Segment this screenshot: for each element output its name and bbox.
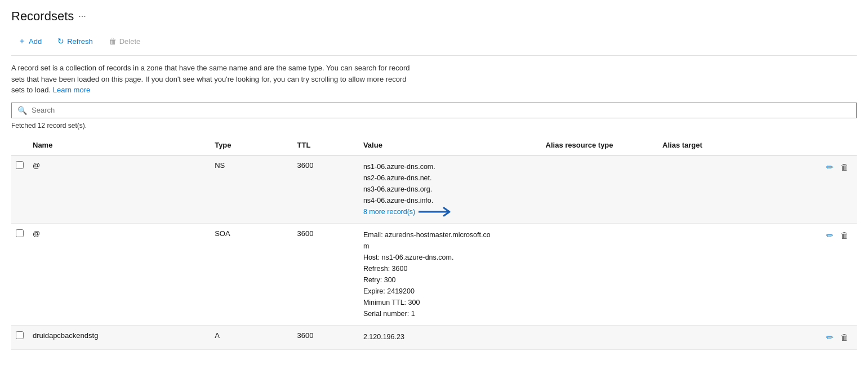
row-ttl: 3600 bbox=[293, 224, 359, 326]
row-type: SOA bbox=[210, 224, 292, 326]
actions-column-header bbox=[774, 135, 857, 155]
fetched-count: Fetched 12 record set(s). bbox=[11, 122, 857, 130]
row-delete-button[interactable]: 🗑 bbox=[837, 161, 852, 173]
row-value: Email: azuredns-hostmaster.microsoft.com… bbox=[359, 224, 541, 326]
add-button[interactable]: ＋ Add bbox=[11, 33, 48, 50]
ellipsis-menu-icon[interactable]: ··· bbox=[78, 11, 86, 21]
page-title: Recordsets bbox=[11, 9, 74, 24]
checkbox-column-header bbox=[11, 135, 28, 155]
row-alias-target bbox=[658, 155, 774, 224]
table-row: druidapcbackendstgA36002.120.196.23✏🗑 bbox=[11, 326, 857, 350]
table-header-row: Name Type TTL Value Alias resource type … bbox=[11, 135, 857, 155]
row-checkbox-cell bbox=[11, 224, 28, 326]
row-name: druidapcbackendstg bbox=[28, 326, 210, 350]
row-checkbox[interactable] bbox=[16, 161, 24, 169]
toolbar: ＋ Add ↻ Refresh 🗑 Delete bbox=[11, 33, 857, 56]
row-alias-resource-type bbox=[541, 224, 658, 326]
arrow-annotation-icon bbox=[419, 206, 458, 217]
value-line: Serial number: 1 bbox=[363, 308, 537, 319]
row-actions-cell: ✏🗑 bbox=[774, 224, 857, 326]
table-row: @NS3600ns1-06.azure-dns.com.ns2-06.azure… bbox=[11, 155, 857, 224]
row-delete-button[interactable]: 🗑 bbox=[837, 229, 852, 241]
edit-button[interactable]: ✏ bbox=[823, 161, 837, 174]
edit-button[interactable]: ✏ bbox=[823, 331, 837, 344]
add-icon: ＋ bbox=[18, 36, 26, 46]
delete-label: Delete bbox=[119, 37, 141, 46]
value-line: Minimun TTL: 300 bbox=[363, 297, 537, 308]
value-column-header[interactable]: Value bbox=[359, 135, 541, 155]
value-line: ns1-06.azure-dns.com. bbox=[363, 161, 537, 172]
row-delete-button[interactable]: 🗑 bbox=[837, 331, 852, 343]
more-records-link[interactable]: 8 more record(s) bbox=[363, 208, 415, 216]
row-checkbox-cell bbox=[11, 155, 28, 224]
row-alias-target bbox=[658, 326, 774, 350]
value-line: Retry: 300 bbox=[363, 274, 537, 286]
edit-button[interactable]: ✏ bbox=[823, 229, 837, 242]
value-line: Host: ns1-06.azure-dns.com. bbox=[363, 252, 537, 263]
row-actions-cell: ✏🗑 bbox=[774, 326, 857, 350]
value-line: Refresh: 3600 bbox=[363, 263, 537, 274]
value-line: ns3-06.azure-dns.org. bbox=[363, 184, 537, 195]
value-line: m bbox=[363, 241, 537, 252]
value-line: Email: azuredns-hostmaster.microsoft.co bbox=[363, 229, 537, 241]
row-ttl: 3600 bbox=[293, 155, 359, 224]
row-alias-target bbox=[658, 224, 774, 326]
row-actions-cell: ✏🗑 bbox=[774, 155, 857, 224]
row-value: 2.120.196.23 bbox=[359, 326, 541, 350]
alias-target-column-header[interactable]: Alias target bbox=[658, 135, 774, 155]
table-row: @SOA3600Email: azuredns-hostmaster.micro… bbox=[11, 224, 857, 326]
value-line: 2.120.196.23 bbox=[363, 331, 537, 343]
search-input[interactable] bbox=[32, 106, 851, 114]
learn-more-link[interactable]: Learn more bbox=[53, 86, 90, 94]
type-column-header[interactable]: Type bbox=[210, 135, 292, 155]
row-alias-resource-type bbox=[541, 155, 658, 224]
search-icon: 🔍 bbox=[17, 106, 27, 115]
row-checkbox-cell bbox=[11, 326, 28, 350]
value-line: ns2-06.azure-dns.net. bbox=[363, 172, 537, 184]
value-line: Expire: 2419200 bbox=[363, 286, 537, 297]
delete-icon: 🗑 bbox=[109, 37, 117, 46]
row-checkbox[interactable] bbox=[16, 229, 24, 237]
value-line: ns4-06.azure-dns.info. bbox=[363, 195, 537, 206]
row-name: @ bbox=[28, 155, 210, 224]
description-text: A record set is a collection of records … bbox=[11, 63, 417, 96]
refresh-button[interactable]: ↻ Refresh bbox=[51, 33, 100, 49]
refresh-label: Refresh bbox=[67, 37, 93, 46]
row-ttl: 3600 bbox=[293, 326, 359, 350]
row-type: A bbox=[210, 326, 292, 350]
refresh-icon: ↻ bbox=[57, 37, 64, 46]
row-name: @ bbox=[28, 224, 210, 326]
row-type: NS bbox=[210, 155, 292, 224]
ttl-column-header[interactable]: TTL bbox=[293, 135, 359, 155]
row-value: ns1-06.azure-dns.com.ns2-06.azure-dns.ne… bbox=[359, 155, 541, 224]
delete-button[interactable]: 🗑 Delete bbox=[102, 33, 148, 49]
search-container: 🔍 bbox=[11, 103, 857, 118]
records-table: Name Type TTL Value Alias resource type … bbox=[11, 135, 857, 350]
add-label: Add bbox=[29, 37, 42, 46]
row-checkbox[interactable] bbox=[16, 331, 24, 339]
records-table-container: Name Type TTL Value Alias resource type … bbox=[11, 135, 857, 350]
name-column-header[interactable]: Name bbox=[28, 135, 210, 155]
alias-resource-type-column-header[interactable]: Alias resource type bbox=[541, 135, 658, 155]
row-alias-resource-type bbox=[541, 326, 658, 350]
